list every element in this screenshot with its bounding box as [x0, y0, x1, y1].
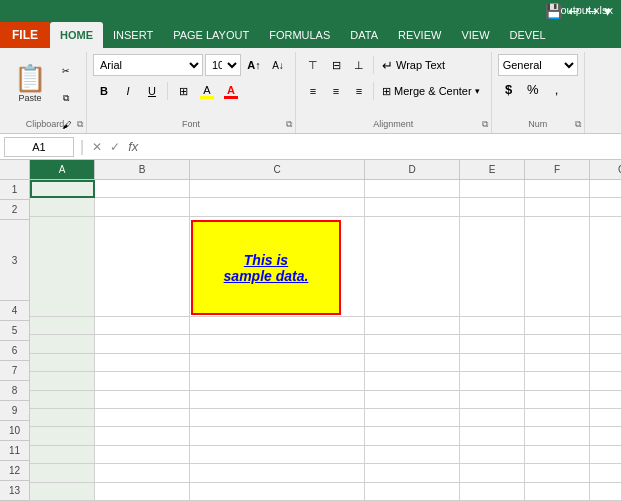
cell-f13[interactable]: [525, 483, 590, 501]
cell-f2[interactable]: [525, 198, 590, 216]
cell-e11[interactable]: [460, 446, 525, 464]
cell-g8[interactable]: [590, 391, 621, 409]
cell-a4[interactable]: [30, 317, 95, 335]
cell-a3[interactable]: [30, 217, 95, 317]
cell-c4[interactable]: [190, 317, 365, 335]
bottom-align-button[interactable]: ⊥: [348, 54, 370, 76]
cell-e4[interactable]: [460, 317, 525, 335]
col-header-f[interactable]: F: [525, 160, 590, 179]
cell-f3[interactable]: [525, 217, 590, 317]
row-header-1[interactable]: 1: [0, 180, 30, 200]
cell-f10[interactable]: [525, 427, 590, 445]
cell-e5[interactable]: [460, 335, 525, 353]
cell-b2[interactable]: [95, 198, 190, 216]
cell-b11[interactable]: [95, 446, 190, 464]
cell-c10[interactable]: [190, 427, 365, 445]
cell-e7[interactable]: [460, 372, 525, 390]
row-header-13[interactable]: 13: [0, 481, 30, 501]
cell-g3[interactable]: [590, 217, 621, 317]
cell-d9[interactable]: [365, 409, 460, 427]
tab-formulas[interactable]: FORMULAS: [259, 22, 340, 48]
tab-pagelayout[interactable]: PAGE LAYOUT: [163, 22, 259, 48]
col-header-c[interactable]: C: [190, 160, 365, 179]
cell-d7[interactable]: [365, 372, 460, 390]
formula-input[interactable]: [144, 141, 617, 153]
col-header-b[interactable]: B: [95, 160, 190, 179]
cell-f1[interactable]: [525, 180, 590, 198]
middle-align-button[interactable]: ⊟: [325, 54, 347, 76]
col-header-e[interactable]: E: [460, 160, 525, 179]
percent-button[interactable]: %: [522, 78, 544, 100]
cell-d10[interactable]: [365, 427, 460, 445]
cell-e12[interactable]: [460, 464, 525, 482]
cell-g4[interactable]: [590, 317, 621, 335]
row-header-7[interactable]: 7: [0, 361, 30, 381]
cell-f8[interactable]: [525, 391, 590, 409]
cell-c9[interactable]: [190, 409, 365, 427]
alignment-expand-button[interactable]: ⧉: [482, 119, 488, 130]
cell-g10[interactable]: [590, 427, 621, 445]
font-expand-button[interactable]: ⧉: [286, 119, 292, 130]
cell-c6[interactable]: [190, 354, 365, 372]
cell-g7[interactable]: [590, 372, 621, 390]
cell-e9[interactable]: [460, 409, 525, 427]
align-left-button[interactable]: ≡: [302, 80, 324, 102]
cell-a9[interactable]: [30, 409, 95, 427]
cell-g9[interactable]: [590, 409, 621, 427]
cell-f9[interactable]: [525, 409, 590, 427]
paste-button[interactable]: 📋 Paste: [10, 54, 50, 114]
decrease-font-size-button[interactable]: A↓: [267, 54, 289, 76]
cell-g2[interactable]: [590, 198, 621, 216]
cell-d8[interactable]: [365, 391, 460, 409]
cell-b12[interactable]: [95, 464, 190, 482]
copy-button[interactable]: ⧉: [52, 85, 80, 111]
merge-center-button[interactable]: ⊞ Merge & Center ▾: [377, 80, 485, 102]
cell-b3[interactable]: [95, 217, 190, 317]
cell-b5[interactable]: [95, 335, 190, 353]
cell-f11[interactable]: [525, 446, 590, 464]
row-header-3[interactable]: 3: [0, 220, 30, 301]
top-align-button[interactable]: ⊤: [302, 54, 324, 76]
borders-button[interactable]: ⊞: [172, 80, 194, 102]
cell-a6[interactable]: [30, 354, 95, 372]
font-size-select[interactable]: 10: [205, 54, 241, 76]
bold-button[interactable]: B: [93, 80, 115, 102]
cell-d12[interactable]: [365, 464, 460, 482]
cell-g11[interactable]: [590, 446, 621, 464]
cell-d2[interactable]: [365, 198, 460, 216]
cell-c12[interactable]: [190, 464, 365, 482]
tab-data[interactable]: DATA: [340, 22, 388, 48]
cell-e10[interactable]: [460, 427, 525, 445]
cell-a12[interactable]: [30, 464, 95, 482]
cell-a1[interactable]: [30, 180, 95, 198]
tab-home[interactable]: HOME: [50, 22, 103, 48]
cell-g5[interactable]: [590, 335, 621, 353]
increase-font-size-button[interactable]: A↑: [243, 54, 265, 76]
cell-a13[interactable]: [30, 483, 95, 501]
cell-c13[interactable]: [190, 483, 365, 501]
cell-g12[interactable]: [590, 464, 621, 482]
cell-c1[interactable]: [190, 180, 365, 198]
wrap-text-button[interactable]: ↵ Wrap Text: [377, 54, 457, 76]
cell-b6[interactable]: [95, 354, 190, 372]
cell-f6[interactable]: [525, 354, 590, 372]
row-header-10[interactable]: 10: [0, 421, 30, 441]
cell-b4[interactable]: [95, 317, 190, 335]
italic-button[interactable]: I: [117, 80, 139, 102]
cell-b10[interactable]: [95, 427, 190, 445]
cell-d6[interactable]: [365, 354, 460, 372]
row-header-9[interactable]: 9: [0, 401, 30, 421]
clipboard-expand-button[interactable]: ⧉: [77, 119, 83, 130]
cell-a2[interactable]: [30, 198, 95, 216]
cell-a7[interactable]: [30, 372, 95, 390]
cell-d13[interactable]: [365, 483, 460, 501]
cell-d4[interactable]: [365, 317, 460, 335]
cell-c5[interactable]: [190, 335, 365, 353]
row-header-12[interactable]: 12: [0, 461, 30, 481]
tab-file[interactable]: FILE: [0, 22, 50, 48]
cell-a11[interactable]: [30, 446, 95, 464]
fill-color-button[interactable]: A: [196, 80, 218, 102]
cell-d1[interactable]: [365, 180, 460, 198]
cell-e1[interactable]: [460, 180, 525, 198]
cell-e13[interactable]: [460, 483, 525, 501]
